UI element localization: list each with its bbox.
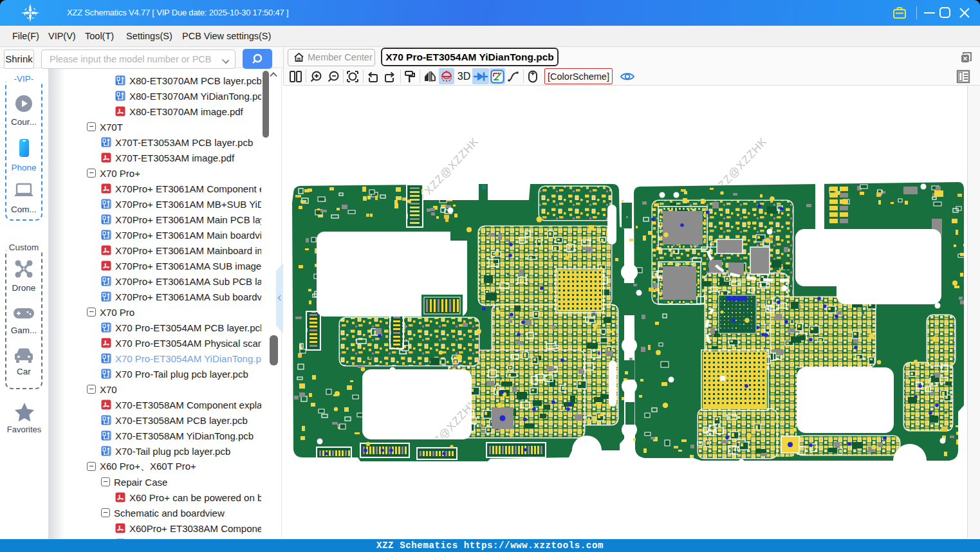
svg-text:XZZ@XZZHK: XZZ@XZZHK xyxy=(422,135,481,197)
